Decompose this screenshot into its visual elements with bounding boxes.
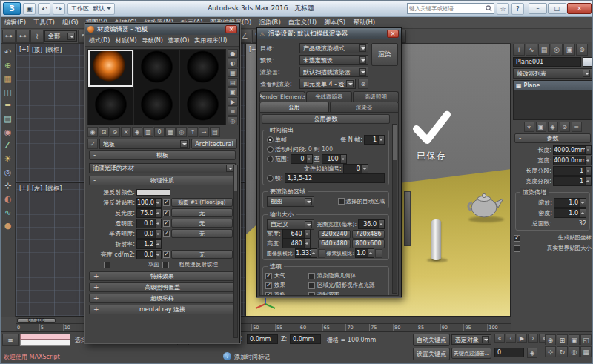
mirror-tool-icon[interactable]: ◫ xyxy=(2,86,14,98)
y-coordinate-field[interactable]: 0.0mm xyxy=(247,334,278,344)
displacement-checkbox[interactable] xyxy=(265,292,272,297)
make-preview-icon[interactable]: ▶ xyxy=(228,97,238,106)
material-sample-slot[interactable] xyxy=(88,50,133,87)
paint-tool-icon[interactable]: ◐ xyxy=(2,193,14,205)
width-spinner[interactable]: 4000.0mm xyxy=(553,156,592,165)
timeline-tick[interactable]: 10 xyxy=(63,324,87,331)
timeline-tick[interactable]: 100 xyxy=(487,324,511,331)
transparency-spinner[interactable]: 0.0 xyxy=(136,219,162,228)
size-preset-320-button[interactable]: 320x240 xyxy=(318,230,351,239)
atmosphere-checkbox[interactable] xyxy=(265,273,272,279)
maximize-viewport-toggle-icon[interactable]: ▦ xyxy=(580,346,592,357)
show-end-result-icon[interactable]: ▣ xyxy=(536,122,546,132)
material-tool-icon[interactable]: ● xyxy=(2,219,14,231)
rollout-parameters[interactable]: 参数 xyxy=(514,133,591,143)
curve-tool-icon[interactable]: ∿ xyxy=(2,206,14,218)
unlink-selection-icon[interactable]: ⊷ xyxy=(16,30,30,43)
preset-dropdown[interactable]: 未选定预设 xyxy=(299,55,368,65)
material-map-navigator-icon[interactable]: ▤ xyxy=(210,127,220,137)
image-aspect-spinner[interactable]: 1.333 xyxy=(295,248,317,258)
raw-diffuse-texture-checkbox[interactable] xyxy=(162,262,169,268)
output-height-spinner[interactable]: 480 xyxy=(282,239,311,248)
pan-view-icon[interactable]: ⊹ xyxy=(545,346,556,357)
pixel-aspect-lock-button[interactable] xyxy=(375,249,382,258)
shininess-spinner[interactable]: 75.0 xyxy=(136,208,162,218)
rollout-template[interactable]: 模板 xyxy=(89,150,236,160)
frames-radio[interactable] xyxy=(267,175,274,182)
menu-item[interactable]: 脚本(S) xyxy=(320,19,349,27)
material-sample-slot[interactable] xyxy=(180,50,225,87)
file-number-base-spinner[interactable]: 0 xyxy=(343,164,368,173)
single-frame-radio[interactable] xyxy=(267,136,274,143)
transparency-map-button[interactable]: 无 xyxy=(171,219,233,228)
modifier-stack-item[interactable]: ▦ Plane xyxy=(514,81,592,90)
luminance-map-enable-checkbox[interactable] xyxy=(163,251,170,258)
remove-modifier-icon[interactable]: ⊘ xyxy=(560,122,570,132)
auto-region-checkbox[interactable] xyxy=(338,198,345,205)
tab-motion-icon[interactable]: ◎ xyxy=(551,44,563,56)
save-icon[interactable]: ▣ xyxy=(23,3,36,15)
tab-display-icon[interactable]: ▣ xyxy=(563,44,575,56)
close-icon[interactable]: × xyxy=(225,25,237,33)
viewport-view-button[interactable]: [左] xyxy=(32,185,42,193)
next-frame-icon[interactable]: › xyxy=(528,334,538,343)
luminance-spinner[interactable]: 0.0 xyxy=(136,250,162,259)
timeline-tick[interactable]: 60 xyxy=(299,324,322,331)
workspace-dropdown[interactable]: 工作区: 默认 xyxy=(67,3,115,15)
go-to-start-icon[interactable]: « xyxy=(494,334,505,343)
snapshot-icon[interactable]: ◉ xyxy=(2,126,14,138)
object-color-swatch[interactable] xyxy=(583,57,592,67)
renderer-dropdown[interactable]: 默认扫描线渲染器 xyxy=(299,67,368,77)
pixel-aspect-spinner[interactable]: 1.0 xyxy=(355,248,374,258)
viewport-menu-button[interactable]: [+] xyxy=(19,46,29,54)
force-2-sided-checkbox[interactable] xyxy=(308,292,315,297)
effects-checkbox[interactable] xyxy=(265,282,272,289)
material-sample-slot[interactable] xyxy=(180,87,225,125)
reset-map-icon[interactable]: × xyxy=(121,127,131,137)
size-preset-640-button[interactable]: 640x480 xyxy=(318,239,351,248)
material-id-channel-icon[interactable]: 0 xyxy=(154,127,165,137)
modifier-stack[interactable]: ▦ Plane xyxy=(513,80,592,120)
frames-field[interactable]: 1,3,5-12 xyxy=(285,173,385,183)
set-key-button[interactable]: 设置关键点 xyxy=(413,348,450,360)
array-tool-icon[interactable]: ▦ xyxy=(2,73,14,85)
key-filter-dropdown[interactable]: 选定对象 xyxy=(451,334,491,345)
select-by-material-icon[interactable]: ◎ xyxy=(228,116,238,125)
favorites-icon[interactable]: ☆ xyxy=(497,3,509,15)
render-button[interactable]: 渲染 xyxy=(371,43,398,66)
target-dropdown[interactable]: 产品级渲染模式 xyxy=(299,43,368,53)
render-setup-tab[interactable]: Render Elements xyxy=(259,91,305,102)
menu-item[interactable]: 编辑(E) xyxy=(1,19,30,27)
menu-item[interactable]: 组(G) xyxy=(59,19,82,27)
show-end-result-icon[interactable]: ◎ xyxy=(176,127,187,137)
menu-item[interactable]: 实用程序(U) xyxy=(194,36,227,44)
material-name-dropdown[interactable]: 地板 xyxy=(99,139,190,149)
redo-icon[interactable]: ↷ xyxy=(53,3,65,15)
aperture-width-spinner[interactable]: 36.0 xyxy=(358,219,385,229)
timeline-tick[interactable]: 55 xyxy=(275,324,299,331)
make-material-copy-icon[interactable]: ◈ xyxy=(132,127,142,137)
material-options-icon[interactable]: ≡ xyxy=(228,107,238,116)
menu-item[interactable]: 自定义(U) xyxy=(285,19,320,27)
rollout-physical-qualities[interactable]: 物理性质 xyxy=(89,176,236,185)
helper-tool-icon[interactable]: ⊹ xyxy=(2,179,14,191)
two-sided-checkbox[interactable] xyxy=(104,262,110,268)
area-to-render-dropdown[interactable]: 视图 xyxy=(267,196,314,207)
scale-spinner[interactable]: 1.0 xyxy=(554,198,586,208)
real-world-map-size-checkbox[interactable] xyxy=(514,245,520,252)
minimize-button[interactable]: – xyxy=(529,3,547,14)
view-to-render-dropdown[interactable]: 四元菜单 4 - 透视 xyxy=(299,79,356,89)
pin-stack-icon[interactable]: ∗ xyxy=(524,122,534,132)
range-to-spinner[interactable]: 100 xyxy=(322,154,347,164)
tab-common[interactable]: 公用 xyxy=(259,102,329,112)
transparency-map-enable-checkbox[interactable] xyxy=(163,220,170,227)
zoom-all-icon[interactable]: ⊞ xyxy=(557,334,568,345)
diffuse-map-button[interactable]: 贴图 #1 (Floor.jpg) xyxy=(171,198,233,207)
image-aspect-lock-button[interactable] xyxy=(318,249,325,258)
diffuse-color-swatch[interactable] xyxy=(136,189,170,196)
size-preset-720-button[interactable]: 720x486 xyxy=(352,230,385,239)
undo-icon[interactable]: ↶ xyxy=(38,3,50,15)
timeline-tick[interactable]: 70 xyxy=(345,324,369,331)
generate-mapping-coords-checkbox[interactable] xyxy=(514,235,520,242)
timeline-tick[interactable]: 75 xyxy=(369,324,393,331)
